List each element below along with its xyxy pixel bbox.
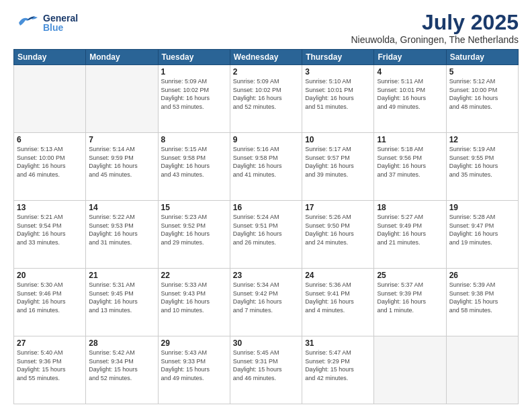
calendar-cell [446, 336, 518, 404]
header: General Blue July 2025 Nieuwolda, Gronin… [13, 11, 519, 45]
day-number: 24 [305, 271, 371, 280]
day-number: 4 [377, 67, 443, 77]
day-number: 29 [161, 338, 227, 348]
calendar-cell: 11Sunrise: 5:18 AM Sunset: 9:56 PM Dayli… [374, 133, 446, 201]
title-block: July 2025 Nieuwolda, Groningen, The Neth… [351, 11, 519, 45]
day-number: 11 [377, 135, 443, 144]
col-thursday: Thursday [302, 50, 374, 65]
day-number: 25 [377, 271, 443, 280]
calendar-cell: 22Sunrise: 5:33 AM Sunset: 9:43 PM Dayli… [158, 269, 230, 336]
day-number: 10 [305, 135, 371, 144]
day-number: 31 [305, 338, 371, 348]
col-friday: Friday [374, 50, 446, 65]
calendar-cell: 16Sunrise: 5:24 AM Sunset: 9:51 PM Dayli… [230, 201, 302, 269]
calendar-week-row: 6Sunrise: 5:13 AM Sunset: 10:00 PM Dayli… [14, 133, 519, 201]
day-number: 12 [449, 135, 515, 144]
day-info: Sunrise: 5:42 AM Sunset: 9:34 PM Dayligh… [89, 349, 154, 382]
day-number: 16 [233, 203, 299, 212]
calendar-cell [374, 336, 446, 404]
calendar-cell: 6Sunrise: 5:13 AM Sunset: 10:00 PM Dayli… [14, 133, 86, 201]
calendar-header-row: Sunday Monday Tuesday Wednesday Thursday… [14, 50, 519, 65]
day-info: Sunrise: 5:36 AM Sunset: 9:41 PM Dayligh… [305, 281, 371, 314]
day-info: Sunrise: 5:19 AM Sunset: 9:55 PM Dayligh… [449, 145, 515, 179]
logo: General Blue [13, 11, 78, 35]
day-info: Sunrise: 5:45 AM Sunset: 9:31 PM Dayligh… [233, 349, 299, 382]
day-number: 5 [449, 67, 515, 77]
calendar-cell: 3Sunrise: 5:10 AM Sunset: 10:01 PM Dayli… [302, 65, 374, 133]
calendar-cell: 21Sunrise: 5:31 AM Sunset: 9:45 PM Dayli… [86, 269, 158, 336]
logo-text: General Blue [43, 13, 78, 32]
day-info: Sunrise: 5:40 AM Sunset: 9:36 PM Dayligh… [17, 349, 83, 382]
day-number: 21 [89, 271, 154, 280]
day-number: 6 [17, 135, 83, 144]
calendar-cell: 14Sunrise: 5:22 AM Sunset: 9:53 PM Dayli… [86, 201, 158, 269]
col-saturday: Saturday [446, 50, 518, 65]
col-sunday: Sunday [14, 50, 86, 65]
day-number: 18 [377, 203, 443, 212]
day-number: 22 [161, 271, 227, 280]
calendar-cell: 4Sunrise: 5:11 AM Sunset: 10:01 PM Dayli… [374, 65, 446, 133]
day-number: 13 [17, 203, 83, 212]
day-info: Sunrise: 5:09 AM Sunset: 10:02 PM Daylig… [233, 77, 299, 111]
calendar-cell: 15Sunrise: 5:23 AM Sunset: 9:52 PM Dayli… [158, 201, 230, 269]
calendar-cell: 9Sunrise: 5:16 AM Sunset: 9:58 PM Daylig… [230, 133, 302, 201]
calendar-cell: 19Sunrise: 5:28 AM Sunset: 9:47 PM Dayli… [446, 201, 518, 269]
calendar-cell: 8Sunrise: 5:15 AM Sunset: 9:58 PM Daylig… [158, 133, 230, 201]
calendar-cell: 7Sunrise: 5:14 AM Sunset: 9:59 PM Daylig… [86, 133, 158, 201]
calendar-cell: 26Sunrise: 5:39 AM Sunset: 9:38 PM Dayli… [446, 269, 518, 336]
logo-icon [13, 11, 40, 35]
day-number: 30 [233, 338, 299, 348]
calendar-week-row: 1Sunrise: 5:09 AM Sunset: 10:02 PM Dayli… [14, 65, 519, 133]
day-info: Sunrise: 5:15 AM Sunset: 9:58 PM Dayligh… [161, 145, 227, 179]
day-info: Sunrise: 5:33 AM Sunset: 9:43 PM Dayligh… [161, 281, 227, 314]
day-info: Sunrise: 5:30 AM Sunset: 9:46 PM Dayligh… [17, 281, 83, 314]
calendar-week-row: 20Sunrise: 5:30 AM Sunset: 9:46 PM Dayli… [14, 269, 519, 336]
calendar-cell: 2Sunrise: 5:09 AM Sunset: 10:02 PM Dayli… [230, 65, 302, 133]
day-number: 26 [449, 271, 515, 280]
calendar-cell: 23Sunrise: 5:34 AM Sunset: 9:42 PM Dayli… [230, 269, 302, 336]
day-info: Sunrise: 5:21 AM Sunset: 9:54 PM Dayligh… [17, 213, 83, 246]
calendar-cell: 17Sunrise: 5:26 AM Sunset: 9:50 PM Dayli… [302, 201, 374, 269]
day-number: 1 [161, 67, 227, 77]
calendar-week-row: 27Sunrise: 5:40 AM Sunset: 9:36 PM Dayli… [14, 336, 519, 404]
day-number: 2 [233, 67, 299, 77]
calendar-cell: 18Sunrise: 5:27 AM Sunset: 9:49 PM Dayli… [374, 201, 446, 269]
calendar-cell: 29Sunrise: 5:43 AM Sunset: 9:33 PM Dayli… [158, 336, 230, 404]
calendar-cell: 12Sunrise: 5:19 AM Sunset: 9:55 PM Dayli… [446, 133, 518, 201]
calendar-cell: 30Sunrise: 5:45 AM Sunset: 9:31 PM Dayli… [230, 336, 302, 404]
col-monday: Monday [86, 50, 158, 65]
calendar: Sunday Monday Tuesday Wednesday Thursday… [13, 49, 519, 404]
day-info: Sunrise: 5:22 AM Sunset: 9:53 PM Dayligh… [89, 213, 154, 246]
day-number: 28 [89, 338, 154, 348]
page: General Blue July 2025 Nieuwolda, Gronin… [0, 0, 532, 411]
col-tuesday: Tuesday [158, 50, 230, 65]
day-info: Sunrise: 5:47 AM Sunset: 9:29 PM Dayligh… [305, 349, 371, 382]
logo-general: General [43, 13, 78, 23]
day-info: Sunrise: 5:37 AM Sunset: 9:39 PM Dayligh… [377, 281, 443, 314]
calendar-cell: 13Sunrise: 5:21 AM Sunset: 9:54 PM Dayli… [14, 201, 86, 269]
location-title: Nieuwolda, Groningen, The Netherlands [351, 34, 519, 45]
day-info: Sunrise: 5:31 AM Sunset: 9:45 PM Dayligh… [89, 281, 154, 314]
day-number: 14 [89, 203, 154, 212]
day-info: Sunrise: 5:11 AM Sunset: 10:01 PM Daylig… [377, 77, 443, 111]
month-title: July 2025 [351, 11, 519, 34]
day-info: Sunrise: 5:16 AM Sunset: 9:58 PM Dayligh… [233, 145, 299, 179]
calendar-cell [86, 65, 158, 133]
day-number: 27 [17, 338, 83, 348]
calendar-cell: 27Sunrise: 5:40 AM Sunset: 9:36 PM Dayli… [14, 336, 86, 404]
day-info: Sunrise: 5:18 AM Sunset: 9:56 PM Dayligh… [377, 145, 443, 179]
day-info: Sunrise: 5:27 AM Sunset: 9:49 PM Dayligh… [377, 213, 443, 246]
day-info: Sunrise: 5:24 AM Sunset: 9:51 PM Dayligh… [233, 213, 299, 246]
day-info: Sunrise: 5:39 AM Sunset: 9:38 PM Dayligh… [449, 281, 515, 314]
logo-blue: Blue [43, 23, 78, 32]
day-info: Sunrise: 5:14 AM Sunset: 9:59 PM Dayligh… [89, 145, 154, 179]
day-info: Sunrise: 5:10 AM Sunset: 10:01 PM Daylig… [305, 77, 371, 111]
day-info: Sunrise: 5:23 AM Sunset: 9:52 PM Dayligh… [161, 213, 227, 246]
calendar-cell: 31Sunrise: 5:47 AM Sunset: 9:29 PM Dayli… [302, 336, 374, 404]
day-info: Sunrise: 5:09 AM Sunset: 10:02 PM Daylig… [161, 77, 227, 111]
day-number: 3 [305, 67, 371, 77]
day-info: Sunrise: 5:43 AM Sunset: 9:33 PM Dayligh… [161, 349, 227, 382]
day-info: Sunrise: 5:12 AM Sunset: 10:00 PM Daylig… [449, 77, 515, 111]
day-number: 15 [161, 203, 227, 212]
calendar-cell: 10Sunrise: 5:17 AM Sunset: 9:57 PM Dayli… [302, 133, 374, 201]
